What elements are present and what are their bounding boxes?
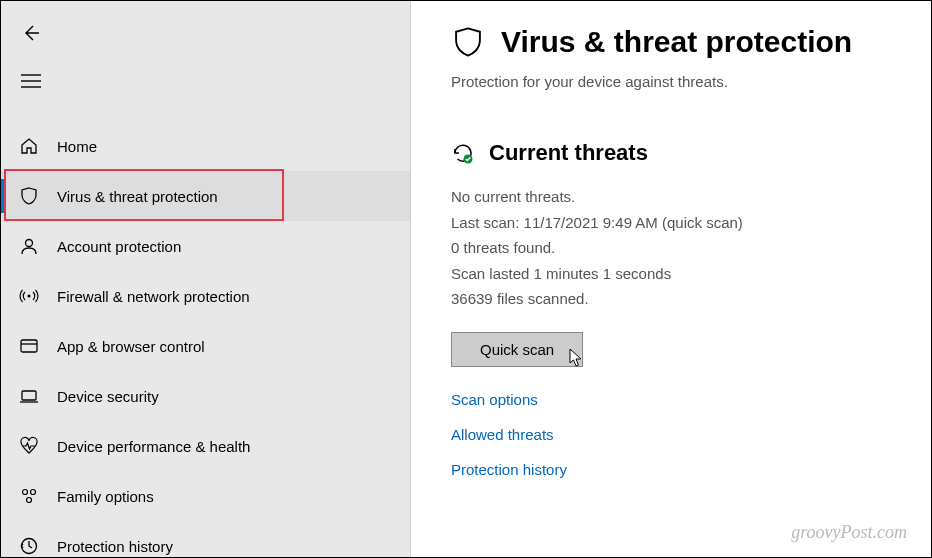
sidebar-item-label: Account protection bbox=[57, 238, 181, 255]
svg-point-10 bbox=[31, 490, 36, 495]
sidebar-item-label: Device performance & health bbox=[57, 438, 250, 455]
sidebar-item-history[interactable]: Protection history bbox=[1, 521, 410, 558]
sidebar-item-app-browser[interactable]: App & browser control bbox=[1, 321, 410, 371]
scan-status-icon bbox=[451, 141, 475, 165]
hamburger-button[interactable] bbox=[11, 61, 51, 101]
link-allowed-threats[interactable]: Allowed threats bbox=[451, 426, 891, 443]
sidebar-item-label: Home bbox=[57, 138, 97, 155]
shield-icon bbox=[19, 186, 39, 206]
page-title: Virus & threat protection bbox=[501, 25, 852, 59]
status-duration: Scan lasted 1 minutes 1 seconds bbox=[451, 261, 891, 287]
sidebar: Home Virus & threat protection Account p… bbox=[1, 1, 411, 557]
sidebar-item-label: Firewall & network protection bbox=[57, 288, 250, 305]
sidebar-item-home[interactable]: Home bbox=[1, 121, 410, 171]
sidebar-item-label: App & browser control bbox=[57, 338, 205, 355]
sidebar-item-label: Device security bbox=[57, 388, 159, 405]
svg-rect-7 bbox=[22, 391, 36, 400]
status-no-threats: No current threats. bbox=[451, 184, 891, 210]
sidebar-item-performance[interactable]: Device performance & health bbox=[1, 421, 410, 471]
quick-scan-button[interactable]: Quick scan bbox=[451, 332, 583, 367]
link-protection-history[interactable]: Protection history bbox=[451, 461, 891, 478]
sidebar-item-account[interactable]: Account protection bbox=[1, 221, 410, 271]
status-last-scan: Last scan: 11/17/2021 9:49 AM (quick sca… bbox=[451, 210, 891, 236]
page-header: Virus & threat protection bbox=[451, 25, 891, 59]
home-icon bbox=[19, 136, 39, 156]
antenna-icon bbox=[19, 286, 39, 306]
history-icon bbox=[19, 536, 39, 556]
svg-point-4 bbox=[28, 295, 31, 298]
sidebar-item-family[interactable]: Family options bbox=[1, 471, 410, 521]
main-content: Virus & threat protection Protection for… bbox=[411, 1, 931, 557]
svg-point-3 bbox=[26, 240, 33, 247]
svg-point-11 bbox=[27, 498, 32, 503]
sidebar-item-firewall[interactable]: Firewall & network protection bbox=[1, 271, 410, 321]
back-arrow-icon bbox=[21, 23, 41, 43]
link-scan-options[interactable]: Scan options bbox=[451, 391, 891, 408]
sidebar-item-device-security[interactable]: Device security bbox=[1, 371, 410, 421]
app-icon bbox=[19, 336, 39, 356]
shield-large-icon bbox=[451, 25, 485, 59]
status-threats-found: 0 threats found. bbox=[451, 235, 891, 261]
back-button[interactable] bbox=[11, 13, 51, 53]
page-subtitle: Protection for your device against threa… bbox=[451, 73, 891, 90]
sidebar-item-virus-threat[interactable]: Virus & threat protection bbox=[1, 171, 410, 221]
account-icon bbox=[19, 236, 39, 256]
sidebar-item-label: Family options bbox=[57, 488, 154, 505]
svg-point-9 bbox=[23, 490, 28, 495]
watermark: groovyPost.com bbox=[791, 522, 907, 543]
sidebar-item-label: Virus & threat protection bbox=[57, 188, 218, 205]
status-files-scanned: 36639 files scanned. bbox=[451, 286, 891, 312]
family-icon bbox=[19, 486, 39, 506]
section-title: Current threats bbox=[489, 140, 648, 166]
health-icon bbox=[19, 436, 39, 456]
sidebar-item-label: Protection history bbox=[57, 538, 173, 555]
hamburger-icon bbox=[21, 73, 41, 89]
device-icon bbox=[19, 386, 39, 406]
section-header: Current threats bbox=[451, 140, 891, 166]
svg-rect-5 bbox=[21, 340, 37, 352]
